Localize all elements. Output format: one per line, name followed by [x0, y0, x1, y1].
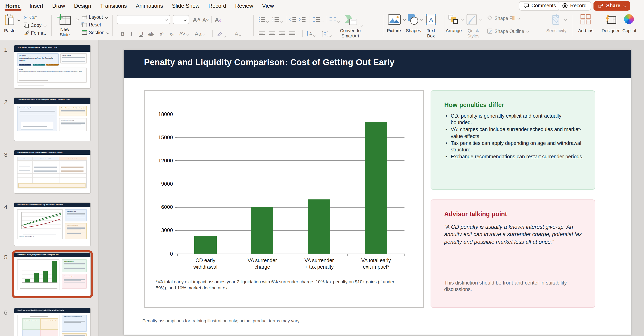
text-box-icon: A: [425, 14, 437, 25]
increase-indent-button[interactable]: [299, 17, 306, 24]
align-text-button[interactable]: [322, 31, 331, 38]
align-left-button[interactable]: [258, 31, 265, 37]
thumbnail-row-5: 5Penalty and Liquidity Comparison: Cost …: [0, 253, 98, 296]
new-slide-button[interactable]: NewSlide: [54, 14, 75, 37]
character-spacing-button[interactable]: AV: [179, 31, 188, 37]
increase-font-size-button[interactable]: A˄: [193, 16, 200, 23]
align-right-button[interactable]: [278, 31, 286, 37]
reset-button[interactable]: Reset: [82, 22, 101, 27]
section-button[interactable]: Section: [82, 30, 109, 35]
clear-formatting-button[interactable]: A◊: [215, 16, 221, 23]
advisor-note: This distinction should be front-and-cen…: [444, 280, 578, 293]
strikethrough-button[interactable]: ab: [148, 31, 154, 37]
sensitivity-icon: [551, 14, 561, 25]
columns-button[interactable]: [329, 17, 339, 24]
slide-title-bar[interactable]: Penalty and Liquidity Comparison: Cost o…: [124, 49, 631, 78]
tab-home[interactable]: Home: [1, 0, 25, 11]
chart-bar-1[interactable]: [194, 236, 217, 254]
tab-view[interactable]: View: [258, 0, 278, 11]
decrease-font-size-button[interactable]: A˅: [202, 17, 209, 23]
new-slide-chevron-icon[interactable]: [76, 17, 79, 20]
underline-button[interactable]: U: [139, 31, 144, 37]
chart-bar-4[interactable]: [365, 122, 387, 254]
copy-button[interactable]: Copy: [24, 22, 46, 28]
change-case-button[interactable]: Aa: [195, 31, 204, 37]
italic-button[interactable]: I: [130, 31, 132, 37]
cut-button[interactable]: ✂ Cut: [24, 15, 37, 20]
font-size-combo[interactable]: [173, 15, 189, 24]
arrange-chevron-icon[interactable]: [461, 18, 464, 21]
highlight-color-button[interactable]: [217, 31, 226, 39]
slide-thumbnail-5-selected[interactable]: Penalty and Liquidity Comparison: Cost o…: [14, 253, 90, 296]
font-name-combo[interactable]: [117, 15, 170, 24]
y-axis-tick-label: 9000: [149, 181, 173, 187]
tab-slide-show[interactable]: Slide Show: [168, 0, 204, 11]
green-box-bullet-list: CD: penalty is generally explicit and co…: [444, 113, 584, 160]
numbered-list-icon: 1 2 3: [272, 17, 280, 22]
thumbnail-row-6: 6Risk Tolerance and Suitability: Align P…: [0, 308, 98, 336]
chart-footnote: *VA total early exit impact assumes year…: [156, 279, 405, 292]
advisor-talking-point-box[interactable]: Advisor talking point “A CD penalty is u…: [430, 199, 595, 308]
tab-transitions[interactable]: Transitions: [96, 0, 131, 11]
how-penalties-differ-box[interactable]: How penalties differ CD: penalty is gene…: [430, 90, 595, 189]
add-ins-label: Add-ins: [574, 28, 597, 33]
font-color-button[interactable]: A: [235, 31, 241, 37]
increase-indent-icon: [299, 17, 306, 22]
picture-button[interactable]: [388, 14, 401, 26]
align-center-button[interactable]: [268, 31, 275, 37]
shape-fill-button[interactable]: Shape Fill: [487, 15, 520, 21]
shape-outline-button[interactable]: Shape Outline: [487, 28, 529, 34]
quick-styles-button[interactable]: [466, 13, 478, 27]
slide-thumbnail-2[interactable]: Advisory Position: Default to “Do Not Re…: [14, 98, 90, 141]
convert-to-smartart-button[interactable]: [343, 14, 362, 28]
text-box-button[interactable]: A: [425, 14, 437, 27]
thumbnail-number-1: 1: [4, 46, 8, 53]
picture-icon: [388, 14, 401, 25]
chart-bar-2[interactable]: [251, 207, 274, 254]
superscript-button[interactable]: x²: [160, 31, 164, 37]
tab-insert[interactable]: Insert: [25, 0, 48, 11]
designer-button[interactable]: [604, 14, 617, 26]
chart-panel[interactable]: *VA total early exit impact assumes year…: [144, 90, 424, 308]
slide-thumbnail-1[interactable]: CD-to-Variable Annuity Rollovers: Fiduci…: [14, 45, 90, 88]
ribbon-divider: [212, 30, 213, 37]
picture-chevron-icon[interactable]: [403, 18, 406, 21]
chart-bar-3[interactable]: [308, 199, 330, 254]
slide-thumbnail-6[interactable]: Risk Tolerance and Suitability: Align Pr…: [14, 308, 90, 336]
bullets-button[interactable]: [258, 17, 268, 24]
thumbnail-row-2: 2Advisory Position: Default to “Do Not R…: [0, 98, 98, 141]
tab-review[interactable]: Review: [230, 0, 258, 11]
layout-button[interactable]: Layout: [82, 15, 107, 19]
paste-button[interactable]: Paste: [4, 13, 16, 33]
paste-chevron-icon[interactable]: [18, 18, 20, 21]
slide-canvas[interactable]: Penalty and Liquidity Comparison: Cost o…: [124, 49, 631, 334]
justify-button[interactable]: [289, 31, 296, 37]
x-axis-category-label: VA surrender+ tax penalty: [293, 258, 346, 271]
add-ins-button[interactable]: [580, 14, 591, 26]
slide-thumbnail-3[interactable]: Feature Comparison: Certificates of Depo…: [14, 150, 90, 193]
shapes-chevron-icon[interactable]: [420, 18, 423, 21]
reset-icon: [82, 22, 87, 27]
line-spacing-button[interactable]: [313, 17, 323, 24]
bold-button[interactable]: B: [120, 31, 125, 37]
format-painter-button[interactable]: Format: [24, 30, 46, 35]
tab-animations[interactable]: Animations: [131, 0, 168, 11]
decrease-indent-button[interactable]: [289, 17, 296, 24]
numbering-button[interactable]: 1 2 3: [272, 17, 282, 24]
tab-design[interactable]: Design: [70, 0, 96, 11]
text-direction-button[interactable]: A: [306, 31, 316, 38]
shapes-button[interactable]: [407, 14, 419, 27]
paste-icon: [4, 13, 16, 26]
tab-record[interactable]: Record: [204, 0, 230, 11]
copy-chevron-icon: [44, 24, 46, 27]
slide-thumbnail-4[interactable]: Risk/Return and Growth Effect: Fee Drag …: [14, 203, 90, 246]
comments-button[interactable]: Comments: [519, 1, 560, 10]
share-button[interactable]: Share: [594, 1, 630, 10]
tab-draw[interactable]: Draw: [48, 0, 70, 11]
slide-title: Penalty and Liquidity Comparison: Cost o…: [144, 57, 394, 67]
x-axis-category-label: VA surrendercharge: [236, 258, 289, 271]
arrange-button[interactable]: [448, 14, 459, 26]
copilot-icon[interactable]: [624, 14, 634, 24]
subscript-button[interactable]: x₂: [170, 31, 174, 37]
record-button[interactable]: Record: [558, 1, 591, 10]
